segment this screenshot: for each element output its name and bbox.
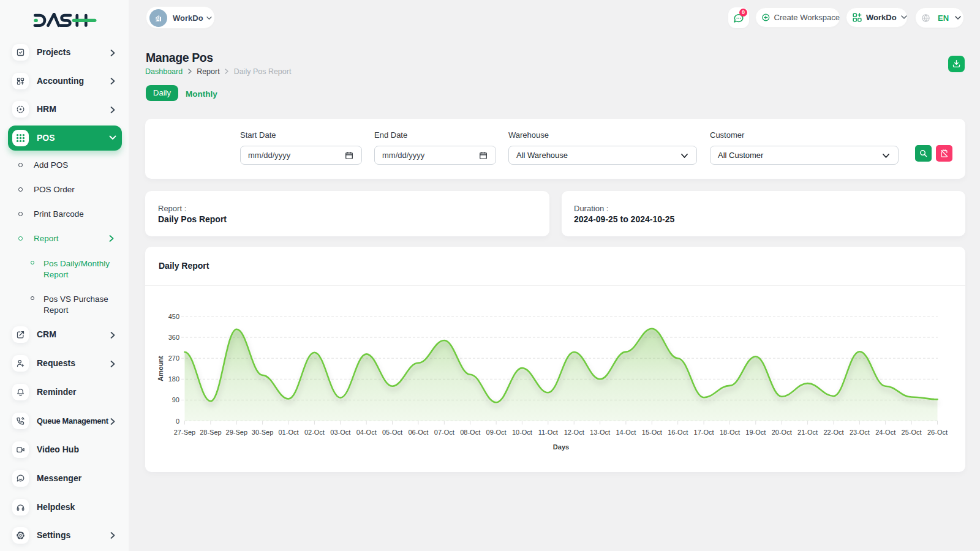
svg-text:28-Sep: 28-Sep: [200, 429, 221, 436]
svg-text:25-Oct: 25-Oct: [902, 429, 922, 436]
svg-text:06-Oct: 06-Oct: [408, 429, 428, 436]
svg-text:Amount: Amount: [157, 356, 164, 381]
svg-text:0: 0: [176, 418, 179, 425]
svg-text:22-Oct: 22-Oct: [823, 429, 843, 436]
svg-text:10-Oct: 10-Oct: [512, 429, 532, 436]
svg-text:03-Oct: 03-Oct: [330, 429, 350, 436]
svg-text:29-Sep: 29-Sep: [226, 429, 247, 436]
svg-text:17-Oct: 17-Oct: [694, 429, 714, 436]
svg-text:20-Oct: 20-Oct: [772, 429, 792, 436]
svg-text:12-Oct: 12-Oct: [564, 429, 584, 436]
svg-text:16-Oct: 16-Oct: [668, 429, 688, 436]
svg-text:15-Oct: 15-Oct: [642, 429, 662, 436]
svg-text:26-Oct: 26-Oct: [927, 429, 948, 436]
svg-text:11-Oct: 11-Oct: [538, 429, 558, 436]
svg-text:360: 360: [168, 334, 179, 341]
svg-text:14-Oct: 14-Oct: [616, 429, 636, 436]
svg-text:01-Oct: 01-Oct: [278, 429, 298, 436]
svg-text:18-Oct: 18-Oct: [720, 429, 740, 436]
svg-text:19-Oct: 19-Oct: [745, 429, 766, 436]
svg-text:05-Oct: 05-Oct: [382, 429, 402, 436]
svg-text:30-Sep: 30-Sep: [252, 429, 273, 436]
svg-text:13-Oct: 13-Oct: [590, 429, 610, 436]
svg-text:09-Oct: 09-Oct: [486, 429, 507, 436]
svg-text:23-Oct: 23-Oct: [850, 429, 870, 436]
svg-text:04-Oct: 04-Oct: [356, 429, 377, 436]
svg-text:180: 180: [168, 375, 179, 383]
svg-text:02-Oct: 02-Oct: [304, 429, 325, 436]
svg-text:24-Oct: 24-Oct: [875, 429, 895, 436]
svg-text:27-Sep: 27-Sep: [174, 429, 195, 436]
svg-text:90: 90: [172, 396, 179, 403]
svg-text:07-Oct: 07-Oct: [434, 429, 454, 436]
svg-text:270: 270: [168, 354, 179, 362]
svg-text:21-Oct: 21-Oct: [797, 429, 818, 436]
svg-text:Days: Days: [553, 443, 569, 451]
svg-text:450: 450: [168, 313, 179, 320]
svg-text:08-Oct: 08-Oct: [460, 429, 480, 436]
